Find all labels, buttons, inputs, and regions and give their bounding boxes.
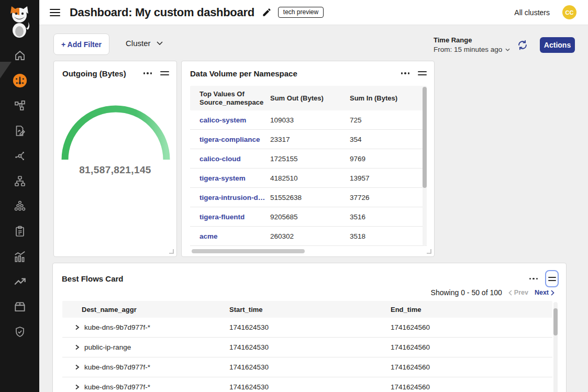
table-row: calico-system 109033 725 — [190, 110, 427, 130]
card-drag-handle-icon[interactable] — [417, 69, 428, 78]
pagination-status: Showing 0 - 50 of 100 — [431, 288, 502, 297]
end-time-value: 1741624560 — [391, 383, 552, 391]
start-time-value: 1741624530 — [229, 363, 391, 371]
expand-row-icon[interactable] — [75, 344, 80, 350]
namespace-link[interactable]: tigera-intrusion-d… — [199, 194, 270, 201]
time-range-label: Time Range — [434, 36, 510, 44]
sidebar-item-connections[interactable] — [0, 144, 39, 167]
end-time-value: 1741624560 — [391, 323, 552, 331]
time-range-control: Time Range From: 15 minutes ago — [434, 36, 510, 53]
sum-in-value: 13957 — [350, 174, 427, 182]
table-row: tigera-system 4182510 13957 — [190, 169, 427, 188]
sidebar-item-home[interactable] — [0, 44, 39, 67]
sidebar-item-reports[interactable] — [0, 119, 39, 142]
table-row: calico-cloud 1725155 9769 — [190, 149, 427, 169]
table-row: acme 260302 3518 — [190, 227, 427, 246]
namespace-link[interactable]: tigera-compliance — [199, 136, 270, 143]
sidebar-item-dashboards[interactable] — [0, 69, 39, 92]
data-volume-card-title: Data Volume per Namespace — [190, 69, 297, 78]
menu-toggle-button[interactable] — [49, 8, 61, 17]
cluster-scope-selector[interactable]: All clusters — [514, 8, 550, 17]
table-row: kube-dns-9b7d977f-* 1741624530 174162456… — [62, 318, 552, 338]
expand-row-icon[interactable] — [75, 324, 80, 330]
filter-toolbar: + Add Filter Cluster Time Range From: 15… — [39, 25, 588, 58]
namespace-table-rows: calico-system 109033 725 tigera-complian… — [190, 110, 427, 246]
edit-dashboard-button[interactable] — [262, 7, 272, 17]
sum-out-value: 9205685 — [270, 213, 350, 221]
user-avatar[interactable]: CC — [562, 5, 576, 19]
flows-table: Dest_name_aggr Start_time End_time kube-… — [62, 301, 552, 392]
data-volume-card: Data Volume per Namespace Top Values Of … — [181, 61, 435, 257]
chevron-right-icon — [551, 290, 554, 296]
sum-in-value: 3518 — [350, 232, 427, 240]
namespace-link[interactable]: calico-system — [199, 116, 270, 124]
trending-up-icon — [13, 275, 27, 288]
actions-button[interactable]: Actions — [540, 37, 575, 53]
molecule-icon — [14, 150, 26, 162]
card-menu-icon[interactable] — [400, 70, 411, 76]
next-page-button[interactable]: Next — [535, 289, 554, 296]
sidebar-item-network-hierarchy[interactable] — [0, 170, 39, 193]
sidebar-item-statistics[interactable] — [0, 245, 39, 268]
gauge-card: Outgoing (Bytes) 81,587,821,145 — [53, 61, 177, 257]
vertical-scrollbar-thumb[interactable] — [553, 308, 558, 335]
page-title: Dashboard: My custom dashboard — [70, 6, 254, 19]
sum-out-value: 51552638 — [270, 194, 350, 201]
gauge-value: 81,587,821,145 — [54, 164, 176, 176]
horizontal-scrollbar-thumb[interactable] — [192, 249, 305, 253]
sidebar-item-compliance[interactable] — [0, 220, 39, 243]
namespace-link[interactable]: tigera-system — [199, 174, 270, 182]
stats-chart-icon — [13, 250, 27, 263]
column-header: Start_time — [229, 306, 391, 313]
namespace-link[interactable]: calico-cloud — [199, 155, 270, 163]
sidebar-item-clusters[interactable] — [0, 195, 39, 218]
application-window: Dashboard: My custom dashboard tech prev… — [0, 0, 588, 392]
dest-name-value: kube-dns-9b7d977f-* — [84, 323, 150, 331]
expand-row-icon[interactable] — [75, 364, 80, 370]
namespace-link[interactable]: tigera-fluentd — [199, 213, 270, 221]
add-filter-button[interactable]: + Add Filter — [53, 33, 109, 55]
card-menu-icon[interactable] — [528, 276, 539, 282]
pencil-icon — [262, 7, 272, 17]
sum-out-value: 260302 — [270, 232, 350, 240]
time-range-value-dropdown[interactable]: From: 15 minutes ago — [434, 46, 510, 53]
brand-logo[interactable] — [6, 5, 32, 38]
resize-handle-icon[interactable] — [426, 249, 431, 254]
sidebar-item-workloads[interactable] — [0, 295, 39, 318]
card-drag-handle-focused[interactable] — [545, 270, 559, 287]
sum-out-value: 4182510 — [270, 174, 350, 182]
sum-in-value: 9769 — [350, 155, 427, 163]
report-edit-icon — [14, 125, 26, 137]
column-header: Sum Out (Bytes) — [270, 94, 350, 103]
tech-preview-badge: tech preview — [278, 7, 324, 18]
package-icon — [13, 300, 27, 313]
top-bar: Dashboard: My custom dashboard tech prev… — [39, 0, 588, 25]
end-time-value: 1741624560 — [391, 343, 552, 351]
cluster-filter-dropdown[interactable]: Cluster — [126, 39, 163, 48]
refresh-icon — [517, 39, 528, 51]
sum-out-value: 1725155 — [270, 155, 350, 163]
sidebar-item-security[interactable] — [0, 320, 39, 343]
shield-check-icon — [14, 326, 26, 338]
namespace-table: Top Values Of Source_namespace Sum Out (… — [190, 86, 427, 246]
home-icon — [14, 49, 26, 62]
refresh-button[interactable] — [517, 39, 528, 51]
sidebar-item-service-graph[interactable] — [0, 94, 39, 117]
resize-handle-icon[interactable] — [169, 249, 174, 254]
expand-row-icon[interactable] — [75, 384, 80, 390]
flows-table-rows: kube-dns-9b7d977f-* 1741624530 174162456… — [62, 318, 552, 392]
sidebar-item-trends[interactable] — [0, 270, 39, 293]
namespace-link[interactable]: acme — [199, 232, 270, 240]
best-flows-card: Best Flows Card Showing 0 - 50 of 100 Pr… — [52, 263, 567, 392]
prev-page-button[interactable]: Prev — [508, 289, 528, 296]
sum-in-value: 725 — [350, 116, 427, 124]
sidebar — [0, 0, 39, 392]
column-header: Top Values Of Source_namespace — [199, 90, 270, 107]
vertical-scrollbar-thumb[interactable] — [423, 87, 427, 188]
start-time-value: 1741624530 — [229, 383, 391, 391]
column-header: End_time — [391, 306, 552, 313]
chevron-down-icon — [505, 48, 510, 51]
sum-out-value: 23317 — [270, 136, 350, 143]
dest-name-value: kube-dns-9b7d977f-* — [84, 383, 150, 391]
start-time-value: 1741624530 — [229, 343, 391, 351]
